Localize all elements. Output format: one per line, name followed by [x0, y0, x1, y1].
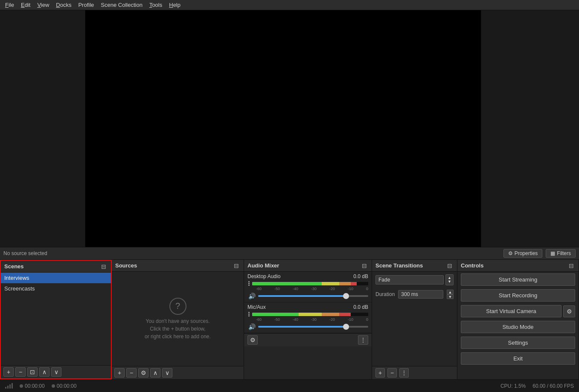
desktop-mute-btn[interactable]: 🔊 [247, 292, 256, 300]
start-streaming-button[interactable]: Start Streaming [461, 273, 575, 286]
micaux-db: 0.0 dB [353, 304, 368, 310]
sources-up-button[interactable]: ∧ [150, 368, 160, 377]
duration-value: 300 ms [398, 290, 443, 299]
duration-label: Duration [375, 291, 395, 297]
gear-small-icon: ⚙ [508, 250, 513, 256]
signal-bars [5, 383, 13, 389]
status-bar: 00:00:00 00:00:00 CPU: 1.5% 60.00 / 60.0… [0, 379, 579, 392]
start-virtual-camera-button[interactable]: Start Virtual Camera [461, 305, 562, 317]
scenes-down-button[interactable]: ∨ [51, 367, 61, 377]
sources-header-icons: ⊟ [233, 262, 240, 270]
stream-time: 00:00:00 [25, 383, 45, 389]
scenes-footer: + − ⊡ ∧ ∨ [1, 365, 111, 378]
scenes-up-button[interactable]: ∧ [39, 367, 49, 377]
desktop-audio-controls [247, 280, 368, 287]
micaux-volume-control: 🔊 [247, 322, 368, 331]
scenes-popout-icon[interactable]: ⊟ [100, 263, 108, 270]
sources-add-button[interactable]: + [114, 368, 125, 377]
start-recording-button[interactable]: Start Recording [461, 289, 575, 302]
desktop-volume-control: 🔊 [247, 292, 368, 300]
sources-panel: Sources ⊟ ? You don't have any sources.C… [112, 260, 244, 379]
micaux-volume-slider[interactable] [258, 326, 368, 328]
sources-title: Sources [115, 262, 137, 269]
transitions-title: Scene Transitions [375, 262, 423, 269]
preview-area [0, 10, 579, 247]
record-time: 00:00:00 [57, 383, 77, 389]
filters-button[interactable]: ▦ Filters [546, 249, 576, 258]
menu-bar: File Edit View Docks Profile Scene Colle… [0, 0, 579, 10]
virtual-camera-row: Start Virtual Camera ⚙ [461, 305, 575, 317]
desktop-volume-thumb[interactable] [343, 293, 349, 299]
micaux-mute-btn[interactable]: 🔊 [247, 322, 256, 331]
desktop-volume-slider[interactable] [258, 295, 368, 297]
duration-down-button[interactable]: ▼ [447, 294, 454, 299]
menu-profile[interactable]: Profile [75, 1, 97, 9]
desktop-audio-channel: Desktop Audio 0.0 dB -60-50-40-30-20-100 [244, 272, 372, 302]
audio-settings-button[interactable]: ⚙ [247, 335, 258, 345]
audio-footer: ⚙ ⋮ [244, 333, 372, 346]
transitions-remove-button[interactable]: − [387, 368, 397, 377]
scenes-remove-button[interactable]: − [15, 367, 26, 377]
desktop-audio-meter [252, 282, 368, 285]
menu-scene-collection[interactable]: Scene Collection [97, 1, 146, 9]
sources-empty-area[interactable]: ? You don't have any sources.Click the +… [112, 272, 244, 366]
scenes-filter-button[interactable]: ⊡ [27, 367, 38, 377]
transitions-panel-header: Scene Transitions ⊟ [372, 260, 457, 272]
menu-file[interactable]: File [2, 1, 17, 9]
cpu-usage: CPU: 1.5% [500, 383, 526, 389]
audio-popout-icon[interactable]: ⊟ [361, 262, 368, 270]
record-time-item: 00:00:00 [52, 383, 77, 389]
transitions-add-button[interactable]: + [375, 368, 385, 377]
controls-panel: Controls ⊟ Start Streaming Start Recordi… [457, 260, 579, 379]
micaux-header: Mic/Aux 0.0 dB [247, 304, 368, 310]
record-dot [52, 384, 55, 388]
exit-button[interactable]: Exit [461, 352, 575, 365]
desktop-speaker-icon: 🔊 [248, 293, 256, 299]
desktop-audio-header: Desktop Audio 0.0 dB [247, 273, 368, 279]
filter-icon: ▦ [550, 250, 555, 256]
properties-bar: No source selected ⚙ Properties ▦ Filter… [0, 247, 579, 260]
virtual-camera-settings-button[interactable]: ⚙ [563, 305, 575, 317]
sources-popout-icon[interactable]: ⊟ [233, 262, 240, 270]
micaux-meter-labels: -60-50-40-30-20-100 [247, 317, 368, 322]
scenes-add-button[interactable]: + [3, 367, 14, 377]
properties-button[interactable]: ⚙ Properties [503, 249, 543, 258]
stream-dot [20, 384, 23, 388]
scenes-title: Scenes [4, 263, 24, 270]
signal-bar-4 [12, 383, 13, 389]
left-preview-panel [0, 10, 85, 247]
scene-list: Interviews Screencasts [1, 273, 111, 365]
studio-mode-button[interactable]: Studio Mode [461, 321, 575, 333]
sources-down-button[interactable]: ∨ [162, 368, 172, 377]
scenes-header-icons: ⊟ [100, 263, 108, 270]
transitions-popout-icon[interactable]: ⊟ [446, 262, 454, 270]
sources-remove-button[interactable]: − [126, 368, 137, 377]
menu-edit[interactable]: Edit [17, 1, 34, 9]
sources-empty-message: You don't have any sources.Click the + b… [145, 317, 211, 340]
audio-menu-button[interactable]: ⋮ [358, 335, 368, 345]
menu-tools[interactable]: Tools [146, 1, 166, 9]
micaux-name: Mic/Aux [247, 304, 266, 310]
desktop-audio-menu[interactable] [247, 280, 250, 287]
duration-up-button[interactable]: ▲ [447, 290, 454, 294]
micaux-menu[interactable] [247, 311, 250, 317]
settings-button[interactable]: Settings [461, 337, 575, 349]
menu-docks[interactable]: Docks [52, 1, 75, 9]
controls-popout-icon[interactable]: ⊟ [567, 262, 575, 270]
signal-icon [5, 383, 13, 389]
transition-type-select[interactable]: Fade [375, 275, 444, 285]
scene-item-interviews[interactable]: Interviews [1, 273, 111, 283]
menu-help[interactable]: Help [166, 1, 184, 9]
sources-settings-button[interactable]: ⚙ [138, 368, 148, 377]
duration-spinners: ▲ ▼ [447, 290, 454, 299]
controls-header: Controls ⊟ [457, 260, 579, 272]
micaux-volume-thumb[interactable] [343, 324, 349, 330]
transitions-footer: + − ⋮ [372, 366, 457, 379]
signal-bar-1 [5, 387, 6, 389]
sources-question-icon: ? [169, 298, 186, 315]
transitions-menu-button[interactable]: ⋮ [399, 368, 409, 377]
scene-item-screencasts[interactable]: Screencasts [1, 283, 111, 294]
menu-view[interactable]: View [34, 1, 52, 9]
signal-bar-2 [7, 386, 9, 389]
transition-expand-btn[interactable]: ▲ ▼ [445, 274, 454, 285]
